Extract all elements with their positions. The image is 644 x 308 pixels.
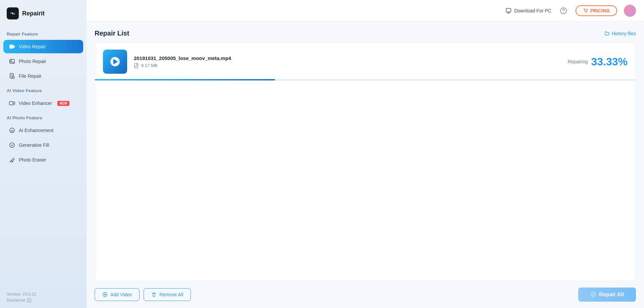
progress-bar-fill bbox=[95, 79, 275, 80]
svg-text:AI: AI bbox=[11, 129, 13, 132]
main-content: Download For PC PRICING Repair List bbox=[87, 0, 644, 308]
info-icon bbox=[27, 298, 32, 303]
download-label: Download For PC bbox=[514, 8, 551, 13]
file-name: 20191031_205005_lose_moov_meta.mp4 bbox=[134, 55, 568, 61]
version-label: Version: V3.0.12 bbox=[7, 292, 80, 297]
svg-point-14 bbox=[563, 12, 564, 12]
file-size-icon bbox=[134, 63, 139, 68]
header: Download For PC PRICING bbox=[87, 0, 644, 21]
sidebar-item-video-repair[interactable]: Video Repair bbox=[3, 40, 83, 53]
file-size-row: 9.17 MB bbox=[134, 63, 568, 68]
svg-point-16 bbox=[586, 12, 587, 13]
remove-all-button[interactable]: Remove All bbox=[144, 288, 191, 301]
disclaimer-text: Disclaimer bbox=[7, 298, 25, 303]
bottom-bar: Add Video Remove All Repair All bbox=[95, 281, 636, 308]
ai-video-feature-section: AI Video Feature bbox=[0, 83, 87, 96]
repairing-label: Repairing bbox=[568, 59, 588, 64]
svg-rect-2 bbox=[9, 45, 13, 49]
ai-enhancement-icon: AI bbox=[9, 127, 15, 134]
svg-rect-12 bbox=[506, 8, 511, 12]
file-info: 20191031_205005_lose_moov_meta.mp4 9.17 … bbox=[134, 55, 568, 68]
repair-feature-section: Repair Feature bbox=[0, 27, 87, 39]
repair-all-button[interactable]: Repair All bbox=[578, 288, 636, 302]
photo-repair-icon bbox=[9, 58, 15, 65]
app-logo: Repairit bbox=[0, 0, 87, 27]
photo-eraser-icon bbox=[9, 157, 15, 163]
video-repair-icon bbox=[9, 43, 15, 50]
video-repair-label: Video Repair bbox=[19, 44, 46, 49]
pricing-label: PRICING bbox=[590, 8, 610, 13]
repair-all-label: Repair All bbox=[599, 292, 624, 298]
photo-eraser-label: Photo Eraser bbox=[19, 157, 46, 163]
logo-icon bbox=[7, 7, 19, 19]
history-files-label: History files bbox=[612, 31, 636, 36]
repair-list: 20191031_205005_lose_moov_meta.mp4 9.17 … bbox=[95, 43, 636, 281]
sidebar-item-generative-fill[interactable]: Generative Fill bbox=[3, 138, 83, 152]
svg-point-4 bbox=[11, 60, 12, 61]
sidebar-item-file-repair[interactable]: File Repair bbox=[3, 69, 83, 83]
video-enhancer-icon bbox=[9, 100, 15, 107]
add-video-button[interactable]: Add Video bbox=[95, 288, 140, 301]
sidebar-item-ai-enhancement[interactable]: AI AI Enhancement bbox=[3, 124, 83, 137]
help-icon[interactable] bbox=[558, 5, 569, 16]
app-name: Repairit bbox=[22, 10, 45, 17]
disclaimer-link[interactable]: Disclaimer bbox=[7, 298, 80, 303]
svg-point-1 bbox=[12, 13, 14, 14]
video-enhancer-label: Video Enhancer bbox=[19, 101, 52, 106]
history-files-button[interactable]: History files bbox=[604, 31, 636, 36]
svg-point-15 bbox=[585, 12, 586, 13]
page-title: Repair List bbox=[95, 29, 129, 37]
ai-enhancement-label: AI Enhancement bbox=[19, 128, 54, 133]
play-icon bbox=[110, 57, 120, 66]
repair-percent: 33.33% bbox=[591, 56, 628, 68]
play-triangle bbox=[113, 59, 118, 64]
generative-fill-icon bbox=[9, 142, 15, 148]
progress-bar-container bbox=[95, 79, 636, 80]
sidebar-item-photo-eraser[interactable]: Photo Eraser bbox=[3, 153, 83, 167]
file-repair-label: File Repair bbox=[19, 73, 42, 79]
repair-icon bbox=[590, 292, 596, 298]
monitor-icon bbox=[505, 8, 512, 14]
cart-icon bbox=[583, 8, 588, 13]
sidebar-item-photo-repair[interactable]: Photo Repair bbox=[3, 55, 83, 68]
new-badge: NEW bbox=[57, 101, 69, 106]
generative-fill-label: Generative Fill bbox=[19, 142, 49, 148]
trash-icon bbox=[151, 292, 157, 297]
repair-status: Repairing 33.33% bbox=[568, 56, 628, 68]
folder-icon bbox=[604, 31, 610, 36]
download-for-pc[interactable]: Download For PC bbox=[505, 8, 551, 14]
sidebar: Repairit Repair Feature Video Repair Pho… bbox=[0, 0, 87, 308]
content-area: Repair List History files 20191031_20500… bbox=[87, 21, 644, 308]
sidebar-footer: Version: V3.0.12 Disclaimer bbox=[0, 287, 87, 308]
video-thumbnail bbox=[103, 50, 127, 74]
user-avatar[interactable] bbox=[624, 5, 636, 17]
file-size: 9.17 MB bbox=[141, 63, 157, 68]
file-repair-icon bbox=[9, 73, 15, 79]
sidebar-item-video-enhancer[interactable]: Video Enhancer NEW bbox=[3, 97, 83, 110]
repair-item: 20191031_205005_lose_moov_meta.mp4 9.17 … bbox=[95, 43, 636, 81]
remove-all-label: Remove All bbox=[159, 292, 183, 297]
photo-repair-label: Photo Repair bbox=[19, 59, 46, 64]
add-video-label: Add Video bbox=[110, 292, 132, 297]
add-icon bbox=[102, 292, 108, 297]
content-header: Repair List History files bbox=[95, 29, 636, 37]
svg-rect-7 bbox=[9, 102, 13, 105]
ai-photo-feature-section: AI Photo Feature bbox=[0, 111, 87, 123]
pricing-button[interactable]: PRICING bbox=[576, 5, 617, 16]
